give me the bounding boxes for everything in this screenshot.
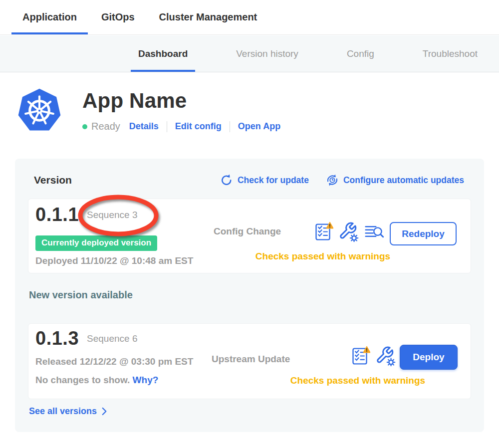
version-source-label: Config Change	[214, 226, 281, 237]
tab-config[interactable]: Config	[339, 35, 382, 72]
redeploy-button[interactable]: Redeploy	[390, 222, 457, 245]
tab-version-history[interactable]: Version history	[229, 35, 306, 72]
app-header: App Name Ready Details Edit config Open …	[16, 85, 280, 135]
edit-config-link[interactable]: Edit config	[175, 121, 222, 132]
details-link[interactable]: Details	[129, 121, 159, 132]
chevron-right-icon	[101, 407, 108, 416]
preflight-checks-warning-icon[interactable]	[350, 346, 370, 366]
new-version-heading: New version available	[29, 289, 133, 301]
preflight-checks-warning-icon[interactable]	[313, 222, 333, 242]
open-app-link[interactable]: Open App	[238, 121, 280, 132]
config-wrench-icon[interactable]	[375, 346, 396, 366]
new-version-row: 0.1.3 Sequence 6 Released 12/12/22 @ 03:…	[28, 323, 471, 399]
current-checks-status: Checks passed with warnings	[223, 251, 423, 262]
status-badge: Ready	[91, 121, 120, 132]
released-timestamp: Released 12/12/22 @ 03:30 pm EST	[35, 356, 193, 367]
version-card-title: Version	[34, 174, 72, 186]
version-card-header: Version Check for update	[34, 174, 464, 187]
configure-automatic-updates-link[interactable]: Configure automatic updates	[326, 174, 464, 187]
no-changes-line: No changes to show. Why?	[35, 375, 158, 386]
why-link[interactable]: Why?	[133, 375, 159, 385]
app-sub-nav: Dashboard Version history Config Trouble…	[0, 35, 499, 72]
new-version-number: 0.1.3	[35, 328, 79, 349]
new-version-line: 0.1.3 Sequence 6	[35, 328, 137, 349]
tab-troubleshoot[interactable]: Troubleshoot	[415, 35, 485, 72]
check-for-update-label: Check for update	[238, 175, 309, 186]
divider	[230, 121, 230, 132]
page-title: App Name	[82, 89, 280, 113]
kubernetes-logo-icon	[16, 85, 62, 135]
current-version-row: 0.1.1 Sequence 3 Currently deployed vers…	[28, 199, 471, 273]
deploy-button[interactable]: Deploy	[400, 345, 458, 370]
current-version-line: 0.1.1 Sequence 3	[35, 204, 137, 225]
nav-tab-cluster-management[interactable]: Cluster Management	[148, 0, 268, 34]
currently-deployed-badge: Currently deployed version	[35, 235, 157, 251]
current-version-check-icons	[313, 222, 384, 242]
nav-tab-gitops[interactable]: GitOps	[90, 0, 146, 34]
version-card: Version Check for update	[15, 159, 484, 432]
current-version-sequence: Sequence 3	[87, 210, 137, 221]
app-dashboard-screen: Application GitOps Cluster Management Da…	[0, 0, 499, 448]
divider	[167, 121, 167, 132]
current-version-number: 0.1.1	[35, 204, 79, 225]
version-card-actions: Check for update Configure automat	[220, 174, 464, 187]
view-files-icon[interactable]	[364, 222, 384, 242]
see-all-versions-label: See all versions	[29, 406, 97, 417]
status-dot-icon	[82, 124, 87, 129]
tab-dashboard[interactable]: Dashboard	[131, 35, 195, 72]
check-for-update-link[interactable]: Check for update	[220, 174, 309, 187]
see-all-versions-link[interactable]: See all versions	[29, 406, 108, 417]
auto-update-clock-icon	[326, 174, 339, 187]
new-version-check-icons	[350, 346, 396, 366]
update-source-label: Upstream Update	[212, 354, 290, 365]
refresh-icon	[220, 174, 233, 187]
deployed-timestamp: Deployed 11/10/22 @ 10:48 am EST	[35, 255, 193, 266]
app-status-row: Ready Details Edit config Open App	[82, 121, 280, 132]
new-checks-status: Checks passed with warnings	[258, 375, 458, 386]
new-version-sequence: Sequence 6	[87, 333, 137, 344]
no-changes-text: No changes to show.	[35, 375, 130, 385]
config-wrench-icon[interactable]	[338, 222, 359, 242]
nav-tab-application[interactable]: Application	[11, 0, 88, 34]
configure-automatic-updates-label: Configure automatic updates	[343, 175, 464, 186]
primary-nav: Application GitOps Cluster Management	[0, 0, 499, 35]
